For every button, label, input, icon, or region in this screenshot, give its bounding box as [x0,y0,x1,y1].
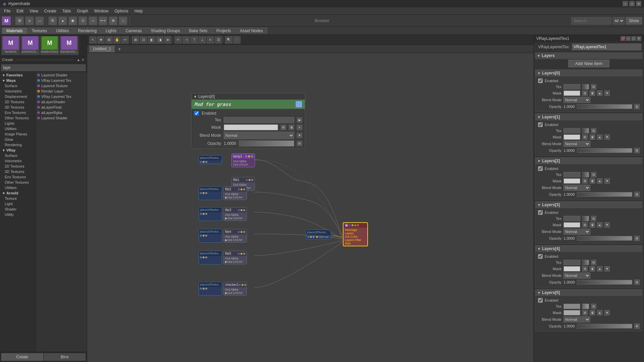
layer-5-opacity-slider[interactable] [577,324,632,328]
graph-btn-move[interactable]: ✥ [97,36,105,44]
tree-displacement[interactable]: Displacement [0,94,35,99]
tree-favorites[interactable]: ▼Favorites [0,72,35,78]
layer-1-mask-up[interactable]: ▲ [597,134,602,140]
layer-0-opacity-icon[interactable]: ⊞ [634,104,640,109]
layers-dialog-mask-btn1[interactable]: ⊞ [281,125,286,130]
graph-btn-align-ch[interactable]: ☰ [215,36,222,44]
mat-node-lamp1[interactable]: lamp1 Out Alpha Out UVUV• [231,154,255,167]
tree-vray-util[interactable]: Utilities [0,185,35,190]
bins-button[interactable]: Bins [44,353,86,361]
layer-2-opacity-icon[interactable]: ⊞ [634,192,640,197]
layer-0-tex-icon[interactable]: ⊞ [591,84,596,89]
layer-3-mask-input[interactable] [564,222,580,228]
file-node-4[interactable]: file4 Out Alpha ▶Out UVUV• [223,229,247,243]
layer-4-mask-del[interactable]: 🗑 [590,266,595,272]
layer-1-opacity-icon[interactable]: ⊞ [634,148,640,153]
list-vray-layered-1[interactable]: VRay Layered Tex [35,78,87,83]
layer-3-mask-up[interactable]: ▲ [597,222,602,228]
maximize-button[interactable]: □ [629,1,635,6]
tb-btn-1[interactable]: ⊞ [15,16,24,25]
layer-0-mask-icon[interactable]: ⊞ [582,90,588,96]
layer-3-enabled-checkbox[interactable] [538,210,543,215]
p2d-node-3[interactable]: place2dTextur... [199,207,222,221]
tree-arnold-util[interactable]: Utility [0,212,35,217]
layers-dialog-tex-input[interactable] [224,117,294,123]
graph-tab-untitled[interactable]: Untitled_1 [89,46,115,52]
layer-2-mask-input[interactable] [564,178,580,184]
menu-create[interactable]: Create [42,8,59,14]
tab-shading-groups[interactable]: Shading Groups [147,27,184,34]
layer-5-mask-up[interactable]: ▲ [597,310,602,315]
graph-btn-grid[interactable]: ⊡ [140,36,147,44]
layer-1-mask-input[interactable] [564,134,580,140]
layer-2-mask-icon[interactable]: ⊞ [582,178,588,184]
list-ai-layer-shader[interactable]: aiLayerShader [35,99,87,105]
layer-1-tex-slider[interactable] [582,128,589,133]
minimize-button[interactable]: ─ [623,1,628,6]
layer-0-tex-input[interactable] [564,84,580,89]
tree-arnold-tex[interactable]: Texture [0,196,35,201]
checker-node[interactable]: checker1 Out Alpha ▶Out UVUV• [223,282,247,296]
layer-5-header[interactable]: ▼ Layers[5] [535,289,642,296]
layer-4-opacity-slider[interactable] [577,280,632,285]
p2d-node-4[interactable]: place2dTextur... [199,229,222,243]
layer-3-blend-select[interactable]: Normal [564,229,590,235]
layers-dialog-mask-btn2[interactable]: 🗑 [289,125,294,130]
layer-4-mask-icon[interactable]: ⊞ [582,266,588,272]
list-layered-shader-2[interactable]: Layered Shader [35,115,87,121]
tree-vray-3d[interactable]: 3D Textures [0,169,35,174]
list-render-layer[interactable]: Render Layer [35,88,87,94]
layer-4-mask-input[interactable] [564,266,580,272]
layer-2-mask-del[interactable]: 🗑 [590,178,595,184]
tree-vray-vol[interactable]: Volumetric [0,158,35,164]
layer-4-enabled-checkbox[interactable] [538,254,543,259]
layer-3-tex-input[interactable] [564,216,580,221]
tb-btn-5[interactable]: ● [58,16,67,25]
tb-btn-6[interactable]: ◉ [68,16,77,25]
layer-5-mask-input[interactable] [564,310,580,315]
layer-4-tex-icon[interactable]: ⊞ [591,260,596,265]
graph-btn-cut[interactable]: ✂ [121,36,129,44]
layer-0-mask-input[interactable] [564,90,580,96]
layer-0-tex-slider[interactable] [582,84,589,89]
layers-dialog-opacity-icon[interactable]: ⊞ [297,141,302,146]
tree-arnold-light[interactable]: Light [0,201,35,206]
graph-btn-snap[interactable]: ⊕ [164,36,171,44]
tb-btn-10[interactable]: ⊕ [109,16,117,25]
file-node-2[interactable]: file2 Out Alpha ▶Out UVUV• [223,186,247,200]
tree-3d-tex[interactable]: 3D Textures [0,105,35,110]
p2d-node-2[interactable]: place2dTextur... [199,186,222,200]
layers-dialog-section-bar[interactable]: ▼ Layers[0] [192,94,305,100]
tree-utilities[interactable]: Utilities [0,126,35,131]
graph-btn-frame[interactable]: ◨ [156,36,163,44]
layers-dialog-color-swatch[interactable] [296,101,302,108]
search-type-select[interactable]: All [613,17,625,24]
tree-vray-surface[interactable]: Surface [0,153,35,158]
layer-1-header[interactable]: ▼ Layers[1] [535,114,642,120]
tree-vray-2d[interactable]: 2D Textures [0,164,35,169]
layer-1-mask-icon[interactable]: ⊞ [582,134,588,140]
tab-asset-nodes[interactable]: Asset Nodes [236,27,267,34]
layer-3-mask-icon[interactable]: ⊞ [582,222,588,228]
tree-volumetric[interactable]: Volumetric [0,88,35,94]
layers-section-header[interactable]: ▼ Layers [535,52,643,59]
layer-5-tex-input[interactable] [564,304,580,309]
layer-2-header[interactable]: ▼ Layers[2] [535,158,642,164]
graph-btn-select[interactable]: ↖ [89,36,97,44]
tree-arnold-shader[interactable]: Shader [0,206,35,212]
layer-1-mask-dn[interactable]: ▼ [604,134,610,140]
tree-arnold[interactable]: ▼Arnold [0,190,35,196]
layer-5-mask-icon[interactable]: ⊞ [582,310,588,315]
layer-1-tex-icon[interactable]: ⊞ [591,128,596,133]
layer-2-mask-up[interactable]: ▲ [597,178,602,184]
menu-help[interactable]: Help [132,8,146,14]
tree-maya[interactable]: ▼Maya [0,78,35,83]
graph-btn-layout[interactable]: ⊠ [132,36,139,44]
layer-1-tex-input[interactable] [564,128,580,133]
tree-env-tex[interactable]: Env Textures [0,110,35,115]
graph-btn-pan[interactable]: ✋ [113,36,121,44]
graph-btn-fit[interactable]: ◧ [148,36,155,44]
add-new-button[interactable]: Add New Item [568,60,610,67]
right-title-close[interactable]: ✕ [637,36,641,41]
layers-dialog-enabled-checkbox[interactable] [194,111,199,116]
